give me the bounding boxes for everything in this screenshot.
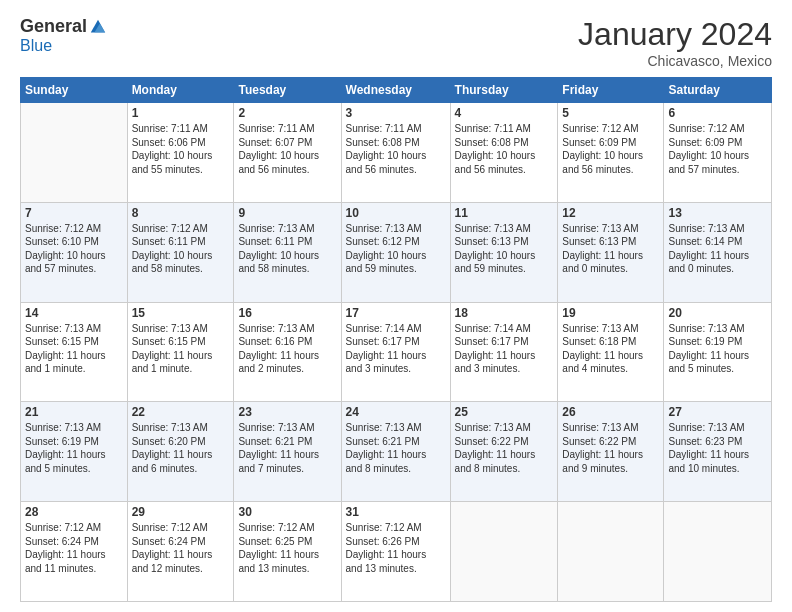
day-number: 12: [562, 206, 659, 220]
sun-info: Sunrise: 7:13 AMSunset: 6:14 PMDaylight:…: [668, 222, 767, 276]
location: Chicavasco, Mexico: [578, 53, 772, 69]
calendar-week-row: 7Sunrise: 7:12 AMSunset: 6:10 PMDaylight…: [21, 202, 772, 302]
logo-text: General: [20, 16, 107, 37]
day-number: 5: [562, 106, 659, 120]
day-number: 26: [562, 405, 659, 419]
sun-info: Sunrise: 7:13 AMSunset: 6:23 PMDaylight:…: [668, 421, 767, 475]
day-number: 28: [25, 505, 123, 519]
day-number: 9: [238, 206, 336, 220]
calendar-table: SundayMondayTuesdayWednesdayThursdayFrid…: [20, 77, 772, 602]
calendar-cell: 31Sunrise: 7:12 AMSunset: 6:26 PMDayligh…: [341, 502, 450, 602]
day-number: 8: [132, 206, 230, 220]
sun-info: Sunrise: 7:13 AMSunset: 6:19 PMDaylight:…: [668, 322, 767, 376]
calendar-cell: [450, 502, 558, 602]
calendar-cell: 7Sunrise: 7:12 AMSunset: 6:10 PMDaylight…: [21, 202, 128, 302]
sun-info: Sunrise: 7:13 AMSunset: 6:15 PMDaylight:…: [132, 322, 230, 376]
calendar-cell: 19Sunrise: 7:13 AMSunset: 6:18 PMDayligh…: [558, 302, 664, 402]
day-header-saturday: Saturday: [664, 78, 772, 103]
sun-info: Sunrise: 7:11 AMSunset: 6:07 PMDaylight:…: [238, 122, 336, 176]
logo-general-text: General: [20, 16, 87, 37]
calendar-cell: 23Sunrise: 7:13 AMSunset: 6:21 PMDayligh…: [234, 402, 341, 502]
logo-blue-text: Blue: [20, 37, 52, 55]
day-number: 1: [132, 106, 230, 120]
calendar-cell: 13Sunrise: 7:13 AMSunset: 6:14 PMDayligh…: [664, 202, 772, 302]
sun-info: Sunrise: 7:13 AMSunset: 6:22 PMDaylight:…: [562, 421, 659, 475]
sun-info: Sunrise: 7:12 AMSunset: 6:24 PMDaylight:…: [25, 521, 123, 575]
day-number: 11: [455, 206, 554, 220]
day-number: 19: [562, 306, 659, 320]
calendar-cell: 14Sunrise: 7:13 AMSunset: 6:15 PMDayligh…: [21, 302, 128, 402]
sun-info: Sunrise: 7:13 AMSunset: 6:18 PMDaylight:…: [562, 322, 659, 376]
day-number: 22: [132, 405, 230, 419]
calendar-cell: 16Sunrise: 7:13 AMSunset: 6:16 PMDayligh…: [234, 302, 341, 402]
day-number: 2: [238, 106, 336, 120]
sun-info: Sunrise: 7:13 AMSunset: 6:13 PMDaylight:…: [562, 222, 659, 276]
sun-info: Sunrise: 7:13 AMSunset: 6:11 PMDaylight:…: [238, 222, 336, 276]
sun-info: Sunrise: 7:12 AMSunset: 6:24 PMDaylight:…: [132, 521, 230, 575]
calendar-cell: 10Sunrise: 7:13 AMSunset: 6:12 PMDayligh…: [341, 202, 450, 302]
calendar-cell: 8Sunrise: 7:12 AMSunset: 6:11 PMDaylight…: [127, 202, 234, 302]
day-number: 18: [455, 306, 554, 320]
sun-info: Sunrise: 7:12 AMSunset: 6:10 PMDaylight:…: [25, 222, 123, 276]
calendar-cell: 20Sunrise: 7:13 AMSunset: 6:19 PMDayligh…: [664, 302, 772, 402]
day-number: 24: [346, 405, 446, 419]
sun-info: Sunrise: 7:13 AMSunset: 6:15 PMDaylight:…: [25, 322, 123, 376]
day-number: 10: [346, 206, 446, 220]
sun-info: Sunrise: 7:11 AMSunset: 6:08 PMDaylight:…: [346, 122, 446, 176]
day-number: 14: [25, 306, 123, 320]
calendar-cell: 29Sunrise: 7:12 AMSunset: 6:24 PMDayligh…: [127, 502, 234, 602]
logo: General Blue: [20, 16, 107, 55]
calendar-cell: [558, 502, 664, 602]
sun-info: Sunrise: 7:12 AMSunset: 6:25 PMDaylight:…: [238, 521, 336, 575]
day-number: 3: [346, 106, 446, 120]
sun-info: Sunrise: 7:12 AMSunset: 6:26 PMDaylight:…: [346, 521, 446, 575]
sun-info: Sunrise: 7:13 AMSunset: 6:16 PMDaylight:…: [238, 322, 336, 376]
day-number: 31: [346, 505, 446, 519]
sun-info: Sunrise: 7:11 AMSunset: 6:08 PMDaylight:…: [455, 122, 554, 176]
sun-info: Sunrise: 7:14 AMSunset: 6:17 PMDaylight:…: [455, 322, 554, 376]
day-number: 20: [668, 306, 767, 320]
sun-info: Sunrise: 7:13 AMSunset: 6:19 PMDaylight:…: [25, 421, 123, 475]
calendar-cell: 3Sunrise: 7:11 AMSunset: 6:08 PMDaylight…: [341, 103, 450, 203]
calendar-cell: 18Sunrise: 7:14 AMSunset: 6:17 PMDayligh…: [450, 302, 558, 402]
day-number: 29: [132, 505, 230, 519]
day-header-sunday: Sunday: [21, 78, 128, 103]
day-number: 23: [238, 405, 336, 419]
header-right: January 2024 Chicavasco, Mexico: [578, 16, 772, 69]
month-title: January 2024: [578, 16, 772, 53]
day-number: 7: [25, 206, 123, 220]
calendar-cell: [664, 502, 772, 602]
day-number: 30: [238, 505, 336, 519]
calendar-cell: 17Sunrise: 7:14 AMSunset: 6:17 PMDayligh…: [341, 302, 450, 402]
sun-info: Sunrise: 7:11 AMSunset: 6:06 PMDaylight:…: [132, 122, 230, 176]
day-number: 17: [346, 306, 446, 320]
header: General Blue January 2024 Chicavasco, Me…: [20, 16, 772, 69]
day-number: 6: [668, 106, 767, 120]
day-number: 25: [455, 405, 554, 419]
logo-icon: [89, 18, 107, 36]
sun-info: Sunrise: 7:12 AMSunset: 6:11 PMDaylight:…: [132, 222, 230, 276]
calendar-cell: 24Sunrise: 7:13 AMSunset: 6:21 PMDayligh…: [341, 402, 450, 502]
calendar-cell: 2Sunrise: 7:11 AMSunset: 6:07 PMDaylight…: [234, 103, 341, 203]
calendar-cell: 27Sunrise: 7:13 AMSunset: 6:23 PMDayligh…: [664, 402, 772, 502]
calendar-cell: [21, 103, 128, 203]
calendar-cell: 6Sunrise: 7:12 AMSunset: 6:09 PMDaylight…: [664, 103, 772, 203]
calendar-header-row: SundayMondayTuesdayWednesdayThursdayFrid…: [21, 78, 772, 103]
sun-info: Sunrise: 7:13 AMSunset: 6:12 PMDaylight:…: [346, 222, 446, 276]
day-number: 16: [238, 306, 336, 320]
sun-info: Sunrise: 7:13 AMSunset: 6:20 PMDaylight:…: [132, 421, 230, 475]
calendar-cell: 28Sunrise: 7:12 AMSunset: 6:24 PMDayligh…: [21, 502, 128, 602]
calendar-week-row: 14Sunrise: 7:13 AMSunset: 6:15 PMDayligh…: [21, 302, 772, 402]
calendar-cell: 15Sunrise: 7:13 AMSunset: 6:15 PMDayligh…: [127, 302, 234, 402]
calendar-cell: 21Sunrise: 7:13 AMSunset: 6:19 PMDayligh…: [21, 402, 128, 502]
calendar-cell: 5Sunrise: 7:12 AMSunset: 6:09 PMDaylight…: [558, 103, 664, 203]
day-number: 21: [25, 405, 123, 419]
page: General Blue January 2024 Chicavasco, Me…: [0, 0, 792, 612]
calendar-cell: 1Sunrise: 7:11 AMSunset: 6:06 PMDaylight…: [127, 103, 234, 203]
calendar-week-row: 21Sunrise: 7:13 AMSunset: 6:19 PMDayligh…: [21, 402, 772, 502]
sun-info: Sunrise: 7:13 AMSunset: 6:13 PMDaylight:…: [455, 222, 554, 276]
day-number: 13: [668, 206, 767, 220]
calendar-cell: 4Sunrise: 7:11 AMSunset: 6:08 PMDaylight…: [450, 103, 558, 203]
day-number: 4: [455, 106, 554, 120]
day-header-friday: Friday: [558, 78, 664, 103]
